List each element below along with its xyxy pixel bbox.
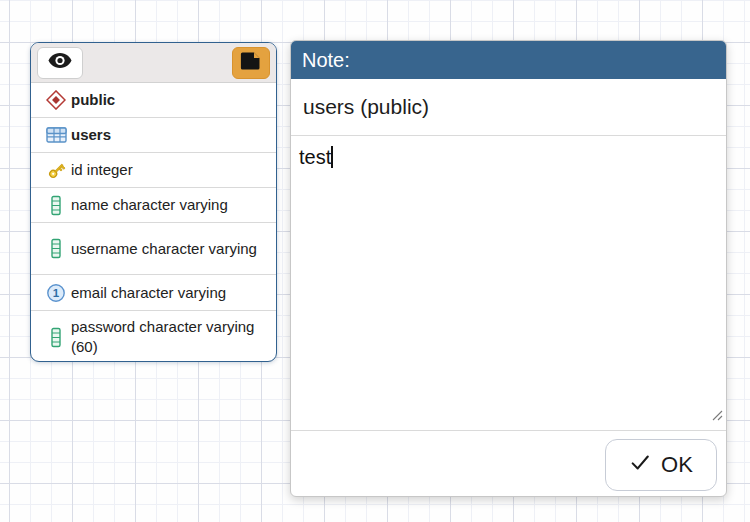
table-label: users [71, 125, 268, 145]
note-dialog: Note: users (public) test OK [290, 40, 727, 497]
erd-canvas[interactable]: public users [0, 0, 750, 522]
schema-row: public [31, 83, 276, 118]
eye-icon [48, 52, 72, 73]
unique-index-1-icon: 1 [41, 283, 71, 303]
column-label: id integer [71, 160, 268, 180]
ok-button[interactable]: OK [605, 439, 717, 491]
note-dialog-footer: OK [291, 431, 726, 496]
column-row-id: id integer [31, 153, 276, 188]
column-label: name character varying [71, 195, 268, 215]
note-target-label: users (public) [303, 95, 429, 119]
column-icon [41, 327, 71, 348]
column-row-username: username character varying [31, 223, 276, 275]
svg-text:1: 1 [53, 287, 60, 299]
ok-button-label: OK [661, 452, 693, 478]
column-icon [41, 195, 71, 216]
note-button[interactable] [232, 47, 270, 79]
column-label: password character varying (60) [71, 317, 268, 357]
check-icon [629, 451, 651, 479]
schema-label: public [71, 90, 268, 110]
column-row-password: password character varying (60) [31, 311, 276, 362]
table-node-toolbar [31, 43, 276, 83]
resize-handle-icon[interactable] [710, 401, 723, 427]
note-dialog-titlebar[interactable]: Note: [291, 41, 726, 79]
table-node-users[interactable]: public users [30, 42, 277, 362]
table-grid-icon [41, 126, 71, 144]
note-dialog-title: Note: [302, 49, 350, 72]
note-textarea[interactable]: test [291, 136, 726, 431]
text-caret [331, 146, 333, 168]
column-row-email: 1 email character varying [31, 275, 276, 311]
column-label: email character varying [71, 283, 268, 303]
schema-diamond-icon [41, 90, 71, 110]
note-textarea-value: test [299, 146, 331, 168]
table-row: users [31, 118, 276, 153]
note-icon [240, 51, 262, 75]
column-label: username character varying [71, 239, 268, 259]
note-dialog-subtitle: users (public) [291, 79, 726, 136]
toggle-details-button[interactable] [37, 47, 83, 79]
column-icon [41, 238, 71, 259]
column-row-name: name character varying [31, 188, 276, 223]
primary-key-icon [41, 160, 71, 181]
